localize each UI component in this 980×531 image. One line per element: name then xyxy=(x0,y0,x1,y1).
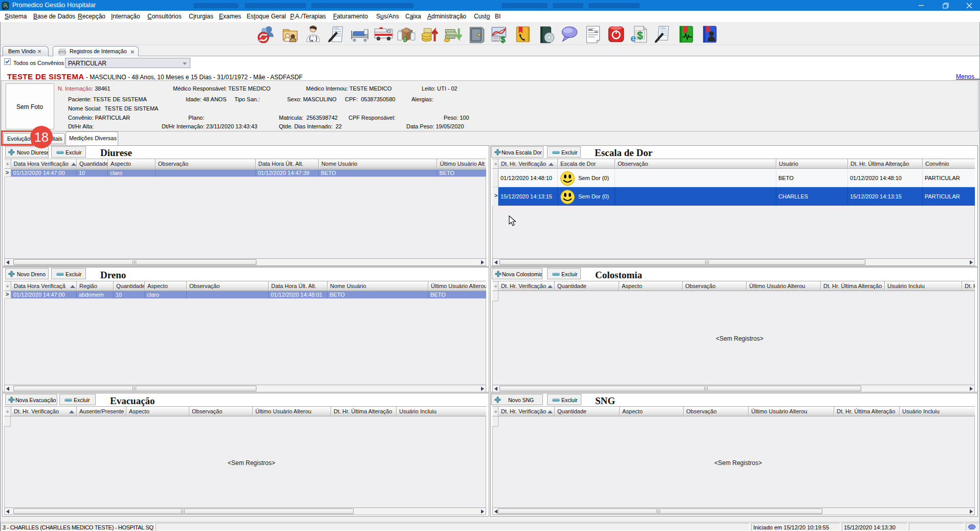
svg-text:e: e xyxy=(630,33,636,43)
svg-text:$: $ xyxy=(500,35,506,45)
svg-text:$: $ xyxy=(637,29,643,41)
